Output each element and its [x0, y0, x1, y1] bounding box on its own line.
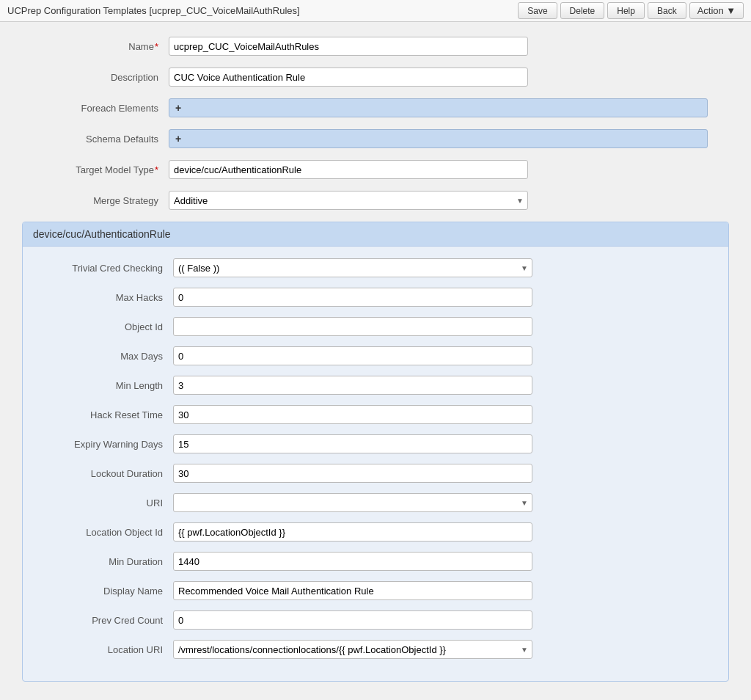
display-name-row: Display Name	[30, 581, 721, 600]
target-row: Target Model Type	[22, 160, 729, 179]
min-duration-row: Min Duration	[30, 552, 721, 571]
schema-expand[interactable]: +	[169, 129, 708, 148]
hack-reset-row: Hack Reset Time	[30, 405, 721, 424]
expiry-warning-row: Expiry Warning Days	[30, 434, 721, 453]
max-hacks-label: Max Hacks	[30, 292, 173, 303]
location-uri-row: Location URI /vmrest/locations/connectio…	[30, 640, 721, 659]
location-uri-select-wrapper: /vmrest/locations/connectionlocations/{{…	[173, 640, 532, 659]
description-row: Description	[22, 68, 729, 87]
uri-label: URI	[30, 497, 173, 508]
merge-row: Merge Strategy Additive ▼	[22, 191, 729, 210]
hack-reset-label: Hack Reset Time	[30, 409, 173, 420]
prev-cred-label: Prev Cred Count	[30, 615, 173, 626]
lockout-duration-input[interactable]	[173, 464, 532, 483]
max-hacks-row: Max Hacks	[30, 288, 721, 307]
lockout-duration-row: Lockout Duration	[30, 464, 721, 483]
uri-select[interactable]	[173, 493, 532, 512]
object-id-label: Object Id	[30, 321, 173, 332]
uri-row: URI ▼	[30, 493, 721, 512]
location-uri-label: Location URI	[30, 644, 173, 655]
header-buttons: Save Delete Help Back Action ▼	[518, 2, 744, 19]
max-days-row: Max Days	[30, 346, 721, 365]
merge-select-wrapper: Additive ▼	[169, 191, 528, 210]
display-name-label: Display Name	[30, 586, 173, 597]
trivial-cred-row: Trivial Cred Checking (( False )) ▼	[30, 258, 721, 277]
description-label: Description	[22, 72, 169, 83]
expiry-warning-label: Expiry Warning Days	[30, 439, 173, 450]
prev-cred-row: Prev Cred Count	[30, 610, 721, 630]
delete-button[interactable]: Delete	[560, 2, 605, 19]
min-duration-label: Min Duration	[30, 556, 173, 567]
trivial-cred-select-wrapper: (( False )) ▼	[173, 258, 532, 277]
object-id-input[interactable]	[173, 317, 532, 336]
location-object-row: Location Object Id	[30, 522, 721, 542]
page-title: UCPrep Configuration Templates [ucprep_C…	[7, 5, 518, 16]
name-input[interactable]	[169, 37, 528, 56]
inner-section: device/cuc/AuthenticationRule Trivial Cr…	[22, 222, 729, 682]
foreach-expand[interactable]: +	[169, 98, 708, 117]
schema-row: Schema Defaults +	[22, 129, 729, 148]
help-button[interactable]: Help	[607, 2, 645, 19]
name-label: Name	[22, 41, 169, 52]
hack-reset-input[interactable]	[173, 405, 532, 424]
lockout-duration-label: Lockout Duration	[30, 468, 173, 479]
expiry-warning-input[interactable]	[173, 434, 532, 453]
name-row: Name	[22, 37, 729, 56]
action-button[interactable]: Action ▼	[689, 2, 744, 19]
target-label: Target Model Type	[22, 164, 169, 175]
max-days-label: Max Days	[30, 351, 173, 362]
action-dropdown-icon: ▼	[726, 5, 736, 16]
location-uri-select[interactable]: /vmrest/locations/connectionlocations/{{…	[173, 640, 532, 659]
prev-cred-input[interactable]	[173, 610, 532, 630]
max-days-input[interactable]	[173, 346, 532, 365]
trivial-cred-select[interactable]: (( False ))	[173, 258, 532, 277]
foreach-label: Foreach Elements	[22, 103, 169, 114]
display-name-input[interactable]	[173, 581, 532, 600]
location-object-label: Location Object Id	[30, 527, 173, 538]
merge-label: Merge Strategy	[22, 195, 169, 206]
foreach-plus-icon: +	[175, 102, 181, 114]
min-duration-input[interactable]	[173, 552, 532, 571]
min-length-row: Min Length	[30, 376, 721, 395]
object-id-row: Object Id	[30, 317, 721, 336]
header: UCPrep Configuration Templates [ucprep_C…	[0, 0, 751, 22]
inner-section-title: device/cuc/AuthenticationRule	[23, 222, 728, 247]
back-button[interactable]: Back	[648, 2, 686, 19]
schema-label: Schema Defaults	[22, 134, 169, 145]
target-input[interactable]	[169, 160, 528, 179]
uri-select-wrapper: ▼	[173, 493, 532, 512]
min-length-label: Min Length	[30, 380, 173, 391]
inner-section-body: Trivial Cred Checking (( False )) ▼ Max …	[23, 247, 728, 681]
main-content: Name Description Foreach Elements + Sche…	[0, 22, 751, 696]
foreach-row: Foreach Elements +	[22, 98, 729, 117]
trivial-cred-label: Trivial Cred Checking	[30, 263, 173, 274]
max-hacks-input[interactable]	[173, 288, 532, 307]
merge-select[interactable]: Additive	[169, 191, 528, 210]
min-length-input[interactable]	[173, 376, 532, 395]
location-object-input[interactable]	[173, 522, 532, 542]
description-input[interactable]	[169, 68, 528, 87]
schema-plus-icon: +	[175, 133, 181, 145]
save-button[interactable]: Save	[518, 2, 557, 19]
